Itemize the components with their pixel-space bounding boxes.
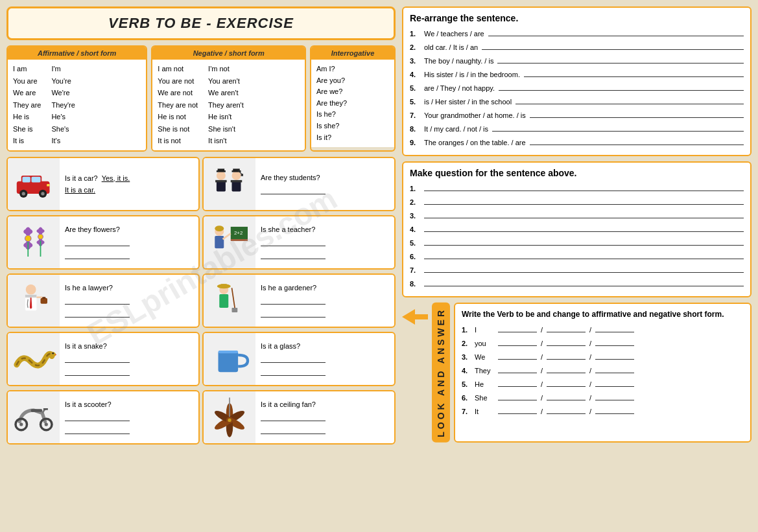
svg-point-62: [19, 422, 23, 426]
write-line-7a[interactable]: [498, 406, 537, 414]
rearrange-item-9: 9. The oranges / on the table. / are: [410, 136, 744, 146]
page-title: VERB TO BE - EXERCISE: [8, 15, 394, 32]
write-line-3c[interactable]: [595, 351, 634, 360]
mq-line-6[interactable]: [424, 250, 744, 259]
svg-rect-13: [218, 168, 225, 170]
svg-marker-75: [402, 309, 428, 325]
teacher-image: 2+2: [204, 216, 255, 268]
write-line-7c[interactable]: [595, 406, 634, 414]
svg-rect-48: [42, 297, 45, 299]
svg-point-9: [217, 170, 226, 179]
mug-answer-line1[interactable]: [261, 354, 326, 363]
svg-point-31: [36, 229, 44, 233]
mq-item-6: 6.: [410, 250, 744, 260]
rearrange-answer-5[interactable]: [499, 82, 744, 91]
mq-line-4[interactable]: [424, 223, 744, 232]
write-line-3a[interactable]: [498, 351, 537, 360]
mq-line-3[interactable]: [424, 209, 744, 218]
rearrange-answer-4[interactable]: [524, 68, 744, 77]
mug-answer-line2[interactable]: [261, 367, 326, 376]
teacher-answer-line1[interactable]: [261, 237, 326, 246]
teacher-icon: 2+2: [207, 220, 252, 265]
scooter-answer-line2[interactable]: [65, 425, 130, 434]
look-answer-banner: LOOK AND ANSWER: [432, 303, 450, 443]
svg-rect-44: [25, 294, 37, 297]
negative-header: Negative / short form: [152, 47, 305, 60]
write-line-1c[interactable]: [595, 324, 634, 332]
fan-answer-line1[interactable]: [261, 412, 326, 421]
write-line-6c[interactable]: [595, 392, 634, 400]
write-line-2c[interactable]: [595, 338, 634, 346]
fan-answer-line2[interactable]: [261, 425, 326, 434]
lawyer-answer-line2[interactable]: [65, 308, 130, 318]
mq-line-5[interactable]: [424, 237, 744, 246]
flowers-answer-line2[interactable]: [65, 250, 130, 259]
mq-line-7[interactable]: [424, 264, 744, 273]
car-answer2: It is a car.: [65, 186, 130, 194]
write-line-3b[interactable]: [547, 351, 586, 360]
snake-answer-line2[interactable]: [65, 367, 130, 376]
write-line-2b[interactable]: [547, 338, 586, 346]
svg-point-5: [41, 192, 44, 195]
write-line-4a[interactable]: [498, 365, 537, 373]
snake-answer-line1[interactable]: [65, 354, 130, 363]
graduates-question-text: Are they students?: [255, 158, 331, 210]
rearrange-answer-8[interactable]: [492, 122, 744, 132]
mq-line-2[interactable]: [424, 196, 744, 205]
fan-icon: [207, 395, 252, 440]
rearrange-answer-1[interactable]: [488, 27, 744, 36]
write-line-4b[interactable]: [547, 365, 586, 373]
flowers-answer-line1[interactable]: [65, 237, 130, 246]
teacher-answer-line2[interactable]: [261, 250, 326, 259]
gardener-answer-line2[interactable]: [261, 308, 326, 318]
write-list: 1. I / / 2. you /: [462, 324, 744, 415]
write-line-4c[interactable]: [595, 365, 634, 373]
write-line-5a[interactable]: [498, 378, 537, 387]
lawyer-answer-line1[interactable]: [65, 295, 130, 305]
interrogative-header: Interrogative: [311, 47, 394, 60]
svg-point-73: [228, 418, 231, 421]
rearrange-answer-6[interactable]: [515, 95, 744, 104]
rearrange-item-8: 8. It / my card. / not / is: [410, 122, 744, 133]
svg-rect-16: [231, 179, 243, 182]
gardener-answer-line1[interactable]: [261, 295, 326, 305]
mq-item-5: 5.: [410, 237, 744, 247]
flowers-question: Are they flowers?: [65, 226, 130, 233]
rearrange-answer-7[interactable]: [530, 109, 744, 118]
write-line-6b[interactable]: [547, 392, 586, 400]
flowers-image: [8, 216, 60, 268]
rearrange-item-5: 5. are / They / not happy.: [410, 82, 744, 92]
lawyer-icon: [11, 278, 56, 323]
svg-rect-54: [232, 307, 238, 312]
write-line-5b[interactable]: [547, 378, 586, 387]
write-line-1b[interactable]: [547, 324, 586, 332]
graduates-answer-line[interactable]: [261, 185, 326, 194]
pic-row-4: Is it a snake?: [6, 332, 396, 386]
pic-cell-scooter: Is it a scooter?: [6, 390, 200, 445]
snake-question-text: Is it a snake?: [60, 333, 135, 385]
negative-content: I am not You are not We are not They are…: [152, 60, 305, 150]
pic-cell-fan: Is it a ceiling fan?: [202, 390, 396, 445]
lawyer-question: Is he a lawyer?: [65, 284, 130, 292]
write-line-2a[interactable]: [498, 338, 537, 346]
rearrange-answer-3[interactable]: [497, 54, 744, 64]
write-item-1: 1. I / /: [462, 324, 744, 334]
write-line-6a[interactable]: [498, 392, 537, 400]
rearrange-answer-9[interactable]: [530, 136, 744, 145]
mq-line-8[interactable]: [424, 277, 744, 286]
mq-line-1[interactable]: [424, 182, 744, 191]
write-line-5c[interactable]: [595, 378, 634, 387]
mug-icon: [207, 336, 252, 382]
graduates-image: [204, 158, 255, 210]
scooter-answer-line1[interactable]: [65, 412, 130, 421]
right-panel: Re-arrange the sentence. 1. We / teacher…: [402, 6, 752, 526]
svg-rect-8: [47, 184, 49, 187]
svg-rect-7: [32, 176, 41, 182]
write-line-7b[interactable]: [547, 406, 586, 414]
svg-rect-51: [220, 284, 228, 287]
svg-rect-57: [219, 350, 239, 371]
rearrange-answer-2[interactable]: [482, 41, 744, 50]
write-line-1a[interactable]: [498, 324, 537, 332]
svg-text:2+2: 2+2: [234, 230, 243, 236]
svg-line-40: [223, 233, 231, 239]
